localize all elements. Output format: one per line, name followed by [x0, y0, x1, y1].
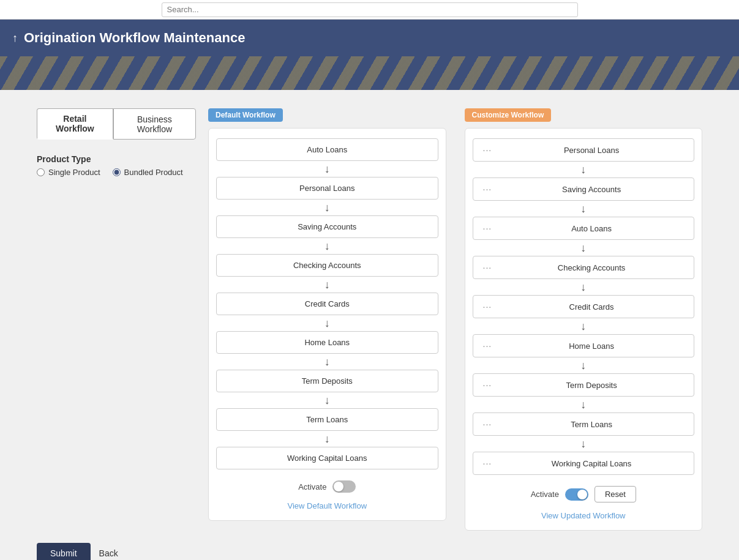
- arrow-down-icon: ↓: [216, 161, 438, 177]
- list-item: ··· Home Loans: [473, 334, 695, 357]
- tab-retail-workflow[interactable]: Retail Workflow: [37, 108, 113, 140]
- list-item: ··· Checking Accounts: [473, 256, 695, 279]
- default-workflow-column: Default Workflow Auto Loans ↓ Personal L…: [208, 108, 446, 531]
- back-arrow-icon: ↑: [12, 32, 18, 45]
- radio-single-product-input[interactable]: [37, 168, 45, 176]
- item-checking-accounts-default: Checking Accounts: [227, 261, 428, 270]
- item-working-capital-loans-default: Working Capital Loans: [227, 454, 428, 463]
- bottom-buttons: Submit Back: [37, 531, 702, 560]
- list-item: ··· Working Capital Loans: [473, 452, 695, 475]
- item-working-capital-loans-custom: Working Capital Loans: [499, 459, 684, 468]
- list-item: ··· Saving Accounts: [473, 177, 695, 201]
- dots-menu-icon[interactable]: ···: [483, 263, 492, 272]
- default-activate-label: Activate: [298, 482, 326, 491]
- arrow-down-icon: ↓: [473, 397, 695, 413]
- view-updated-workflow-link[interactable]: View Updated Workflow: [473, 511, 695, 520]
- main-content: Retail Workflow Business Workflow Produc…: [0, 90, 739, 560]
- dots-menu-icon[interactable]: ···: [483, 380, 492, 390]
- customize-workflow-column: Customize Workflow ··· Personal Loans ↓ …: [465, 108, 703, 531]
- workflows-columns: Default Workflow Auto Loans ↓ Personal L…: [208, 108, 702, 531]
- arrow-down-icon: ↓: [216, 200, 438, 215]
- dots-menu-icon[interactable]: ···: [483, 302, 492, 312]
- item-home-loans-custom: Home Loans: [499, 342, 684, 351]
- arrow-down-icon: ↓: [216, 431, 438, 447]
- default-activate-toggle[interactable]: [332, 480, 356, 493]
- arrow-down-icon: ↓: [473, 436, 695, 452]
- radio-bundled-product[interactable]: Bundled Product: [113, 168, 183, 177]
- item-saving-accounts-default: Saving Accounts: [227, 222, 428, 231]
- radio-bundled-product-label: Bundled Product: [124, 168, 183, 177]
- item-credit-cards-default: Credit Cards: [227, 299, 428, 308]
- top-search-bar: [0, 0, 739, 20]
- list-item: ··· Auto Loans: [473, 217, 695, 240]
- list-item: ··· Term Loans: [473, 413, 695, 436]
- back-button[interactable]: Back: [99, 548, 118, 558]
- page-title: Origination Workflow Maintenance: [24, 30, 245, 46]
- custom-activate-row: Activate Reset: [473, 486, 695, 502]
- dots-menu-icon[interactable]: ···: [483, 184, 492, 194]
- list-item: Term Loans: [216, 408, 438, 431]
- page-header: ↑ Origination Workflow Maintenance: [0, 20, 739, 56]
- customize-workflow-box: ··· Personal Loans ↓ ··· Saving Accounts…: [465, 128, 703, 531]
- item-term-loans-custom: Term Loans: [499, 420, 684, 429]
- list-item: ··· Credit Cards: [473, 295, 695, 318]
- list-item: Saving Accounts: [216, 215, 438, 238]
- product-type-label: Product Type: [37, 154, 196, 164]
- radio-bundled-product-input[interactable]: [113, 168, 121, 176]
- list-item: Credit Cards: [216, 293, 438, 315]
- arrow-down-icon: ↓: [473, 162, 695, 177]
- product-type-radio-group: Single Product Bundled Product: [37, 168, 196, 177]
- item-saving-accounts-custom: Saving Accounts: [499, 185, 684, 194]
- item-checking-accounts-custom: Checking Accounts: [499, 263, 684, 272]
- arrow-down-icon: ↓: [216, 277, 438, 293]
- custom-toggle-slider: [565, 488, 588, 501]
- item-personal-loans-custom: Personal Loans: [499, 146, 684, 155]
- list-item: Home Loans: [216, 331, 438, 354]
- list-item: Term Deposits: [216, 370, 438, 392]
- dots-menu-icon[interactable]: ···: [483, 145, 492, 155]
- product-type-section: Product Type Single Product Bundled Prod…: [37, 154, 196, 177]
- search-input[interactable]: [162, 2, 578, 17]
- arrow-down-icon: ↓: [473, 357, 695, 373]
- submit-button[interactable]: Submit: [37, 543, 91, 560]
- dots-menu-icon[interactable]: ···: [483, 223, 492, 233]
- arrow-down-icon: ↓: [473, 240, 695, 256]
- default-workflow-badge: Default Workflow: [208, 108, 283, 122]
- workflow-tabs: Retail Workflow Business Workflow: [37, 108, 196, 140]
- dots-menu-icon[interactable]: ···: [483, 341, 492, 351]
- list-item: Working Capital Loans: [216, 447, 438, 469]
- dots-menu-icon[interactable]: ···: [483, 419, 492, 429]
- radio-single-product-label: Single Product: [48, 168, 100, 177]
- item-term-loans-default: Term Loans: [227, 415, 428, 424]
- arrow-down-icon: ↓: [216, 238, 438, 254]
- customize-workflow-badge: Customize Workflow: [465, 108, 552, 122]
- reset-button[interactable]: Reset: [595, 486, 636, 502]
- list-item: Personal Loans: [216, 177, 438, 200]
- arrow-down-icon: ↓: [473, 201, 695, 217]
- default-activate-row: Activate: [216, 480, 438, 493]
- arrow-down-icon: ↓: [216, 354, 438, 370]
- arrow-down-icon: ↓: [473, 318, 695, 334]
- default-workflow-box: Auto Loans ↓ Personal Loans ↓ Saving Acc…: [208, 128, 446, 521]
- item-credit-cards-custom: Credit Cards: [499, 302, 684, 312]
- arrow-down-icon: ↓: [216, 392, 438, 408]
- list-item: Auto Loans: [216, 138, 438, 161]
- tab-business-workflow[interactable]: Business Workflow: [113, 108, 196, 140]
- item-auto-loans-custom: Auto Loans: [499, 224, 684, 233]
- default-toggle-slider: [332, 480, 356, 493]
- decorative-banner: [0, 56, 739, 90]
- radio-single-product[interactable]: Single Product: [37, 168, 100, 177]
- item-home-loans-default: Home Loans: [227, 338, 428, 347]
- item-term-deposits-default: Term Deposits: [227, 376, 428, 386]
- left-panel: Retail Workflow Business Workflow Produc…: [37, 108, 208, 531]
- list-item: ··· Term Deposits: [473, 373, 695, 397]
- list-item: Checking Accounts: [216, 254, 438, 277]
- view-default-workflow-link[interactable]: View Default Workflow: [216, 501, 438, 510]
- custom-activate-label: Activate: [531, 490, 559, 499]
- arrow-down-icon: ↓: [216, 315, 438, 331]
- item-auto-loans-default: Auto Loans: [227, 145, 428, 154]
- dots-menu-icon[interactable]: ···: [483, 458, 492, 468]
- item-personal-loans-default: Personal Loans: [227, 184, 428, 193]
- custom-activate-toggle[interactable]: [565, 488, 588, 501]
- list-item: ··· Personal Loans: [473, 138, 695, 162]
